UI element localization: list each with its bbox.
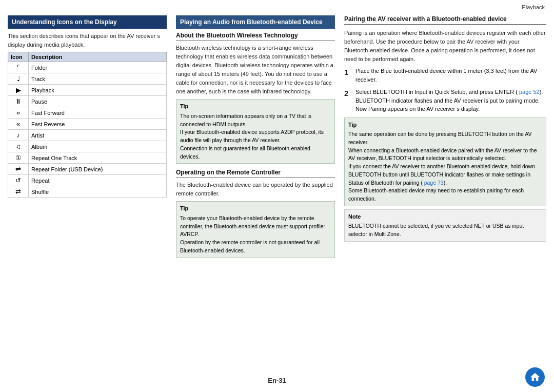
table-row: »Fast Forward <box>8 107 167 119</box>
table-row: ▶Playback <box>8 85 167 96</box>
tip-line: Operation by the remote controller is no… <box>180 239 331 255</box>
desc-cell: Repeat One Track <box>29 152 167 164</box>
tip-box: TipThe same operation can be done by pre… <box>344 117 546 206</box>
table-row: ⇄Shuffle <box>8 186 167 198</box>
desc-cell: Track <box>29 73 167 85</box>
subsection-title: About the Bluetooth Wireless Technology <box>176 32 335 41</box>
tip-line: The on-screen information appears only o… <box>180 112 331 129</box>
col-left: Understanding Icons on the Display This … <box>8 15 167 261</box>
columns: Understanding Icons on the Display This … <box>8 15 546 261</box>
step-content: Select BLUETOOTH in Input in Quick Setup… <box>355 88 546 113</box>
icon-cell: « <box>8 119 29 130</box>
desc-cell: Folder <box>29 62 167 73</box>
step-number: 1 <box>344 67 351 84</box>
desc-cell: Playback <box>29 85 167 96</box>
icon-cell: ♫ <box>8 141 29 152</box>
icon-cell: » <box>8 107 29 119</box>
pairing-heading: Pairing the AV receiver with a Bluetooth… <box>344 15 546 25</box>
home-icon <box>529 371 541 383</box>
tip-line: If you connect the AV receiver to anothe… <box>348 163 542 187</box>
step-content: Place the Blue tooth-enabled device with… <box>355 67 546 84</box>
note-box: NoteBLUETOOTH cannot be selected, if you… <box>344 209 546 242</box>
icon-cell: ① <box>8 152 29 164</box>
icon-cell: ♩ <box>8 73 29 85</box>
step-number: 2 <box>344 88 351 113</box>
subsection-body: The Bluetooth-enabled device can be oper… <box>176 181 335 198</box>
left-intro: This section describes icons that appear… <box>8 32 167 49</box>
middle-section-header: Playing an Audio from Bluetooth-enabled … <box>176 15 335 29</box>
page-number: En-31 <box>268 377 286 384</box>
desc-cell: Fast Reverse <box>29 119 167 130</box>
icon-cell: ⏸ <box>8 96 29 107</box>
left-section-header: Understanding Icons on the Display <box>8 15 167 29</box>
col-desc-header: Description <box>29 52 167 62</box>
tip-line: When connecting a Bluetooth-enabled devi… <box>348 147 542 163</box>
table-row: ⇌Repeat Folder (USB Device) <box>8 164 167 175</box>
tip-line: If your Bluetooth-enabled device support… <box>180 128 331 145</box>
top-right-label: Playback <box>522 4 545 10</box>
col-middle: Playing an Audio from Bluetooth-enabled … <box>176 15 335 261</box>
note-label: Note <box>348 212 542 221</box>
desc-cell: Fast Forward <box>29 107 167 119</box>
tip-label: Tip <box>180 102 331 111</box>
page-container: Playback Understanding Icons on the Disp… <box>0 0 554 392</box>
table-row: ⏸Pause <box>8 96 167 107</box>
table-row: ♪Artist <box>8 130 167 141</box>
desc-cell: Shuffle <box>29 186 167 198</box>
pairing-intro: Pairing is an operation where Bluetooth-… <box>344 29 546 64</box>
icon-cell: ⇄ <box>8 186 29 198</box>
tip-line: The same operation can be done by pressi… <box>348 130 542 147</box>
tip-line: Some Bluetooth-enabled device may need t… <box>348 187 542 203</box>
table-row: ①Repeat One Track <box>8 152 167 164</box>
icon-cell: ⌜ <box>8 62 29 73</box>
tip-line: Connection is not guaranteed for all Blu… <box>180 145 331 161</box>
desc-cell: Pause <box>29 96 167 107</box>
tip-label: Tip <box>180 204 331 213</box>
icon-cell: ▶ <box>8 85 29 96</box>
table-row: ♫Album <box>8 141 167 152</box>
tip-line: To operate your Bluetooth-enabled device… <box>180 214 331 239</box>
desc-cell: Repeat <box>29 175 167 186</box>
tip-box: TipTo operate your Bluetooth-enabled dev… <box>176 201 335 258</box>
tip-box: TipThe on-screen information appears onl… <box>176 99 335 164</box>
desc-cell: Repeat Folder (USB Device) <box>29 164 167 175</box>
icon-cell: ↺ <box>8 175 29 186</box>
desc-cell: Artist <box>29 130 167 141</box>
subsection-title: Operating on the Remote Controller <box>176 169 335 178</box>
icon-cell: ⇌ <box>8 164 29 175</box>
list-item: 2Select BLUETOOTH in Input in Quick Setu… <box>344 88 546 113</box>
table-row: ♩Track <box>8 73 167 85</box>
table-row: ⌜Folder <box>8 62 167 73</box>
note-line: BLUETOOTH cannot be selected, if you ve … <box>348 222 542 239</box>
table-row: «Fast Reverse <box>8 119 167 130</box>
list-item: 1Place the Blue tooth-enabled device wit… <box>344 67 546 84</box>
icon-cell: ♪ <box>8 130 29 141</box>
subsection-body: Bluetooth wireless technology is a short… <box>176 44 335 96</box>
home-button[interactable] <box>525 367 545 387</box>
table-row: ↺Repeat <box>8 175 167 186</box>
desc-cell: Album <box>29 141 167 152</box>
tip-label: Tip <box>348 121 542 129</box>
icon-table: Icon Description ⌜Folder♩Track▶Playback⏸… <box>8 52 167 198</box>
col-right: Pairing the AV receiver with a Bluetooth… <box>344 15 546 261</box>
col-icon-header: Icon <box>8 52 29 62</box>
